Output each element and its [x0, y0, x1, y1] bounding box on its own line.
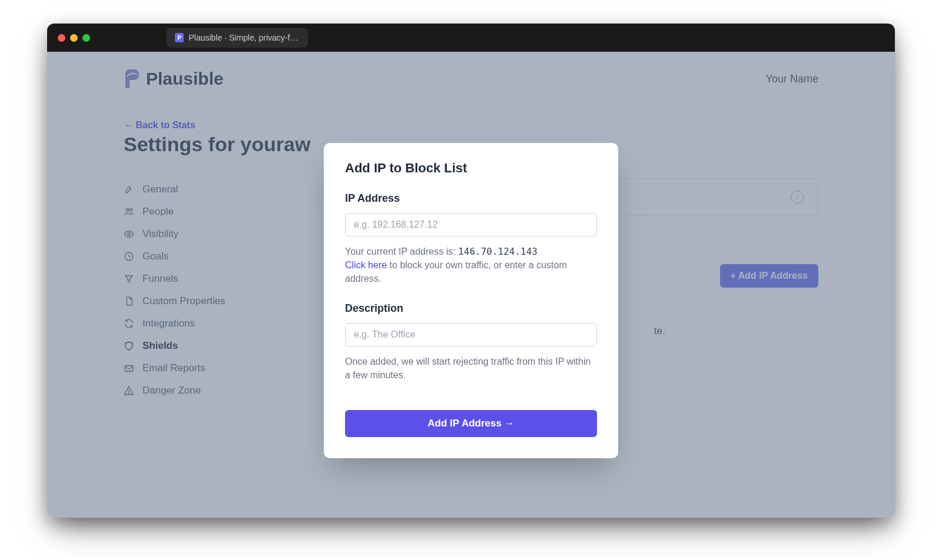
browser-tab[interactable]: P Plausible · Simple, privacy-frien	[167, 28, 308, 48]
current-ip-value: 146.70.124.143	[458, 246, 538, 257]
browser-window: P Plausible · Simple, privacy-frien Plau…	[47, 24, 895, 518]
modal-note: Once added, we will start rejecting traf…	[345, 355, 597, 382]
current-ip-hint: Your current IP address is: 146.70.124.1…	[345, 245, 597, 286]
description-label: Description	[345, 302, 597, 315]
ip-address-input[interactable]	[345, 213, 597, 236]
traffic-lights	[58, 34, 90, 42]
close-window-button[interactable]	[58, 34, 65, 42]
maximize-window-button[interactable]	[82, 34, 90, 42]
tab-title: Plausible · Simple, privacy-frien	[188, 33, 300, 42]
current-ip-prefix: Your current IP address is:	[345, 246, 458, 256]
submit-add-ip-button[interactable]: Add IP Address →	[345, 410, 597, 437]
modal-title: Add IP to Block List	[345, 161, 597, 176]
titlebar: P Plausible · Simple, privacy-frien	[47, 24, 895, 52]
add-ip-modal: Add IP to Block List IP Address Your cur…	[324, 143, 618, 458]
block-own-ip-link[interactable]: Click here	[345, 260, 387, 270]
description-input[interactable]	[345, 323, 597, 346]
minimize-window-button[interactable]	[70, 34, 78, 42]
ip-address-label: IP Address	[345, 192, 597, 205]
plausible-favicon-icon: P	[175, 33, 184, 42]
app-body: Plausible Your Name ← Back to Stats Sett…	[47, 52, 895, 518]
